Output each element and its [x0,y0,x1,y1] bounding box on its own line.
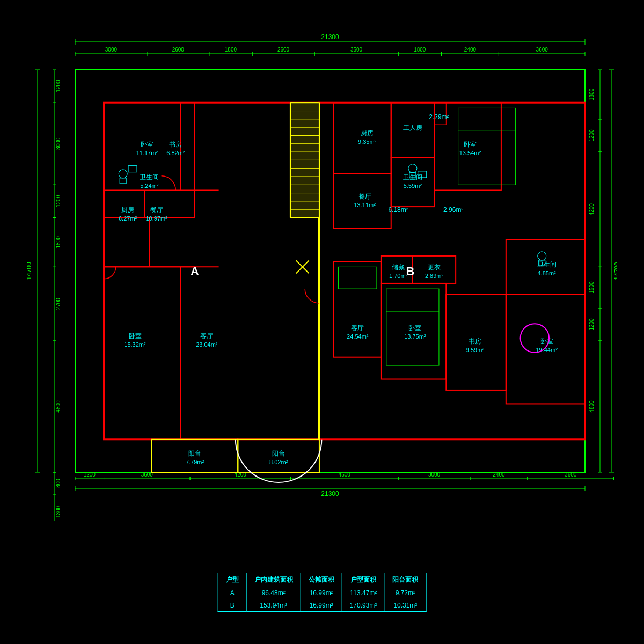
table-cell: B [218,599,246,612]
table-cell: 113.47m² [342,587,385,599]
table-cell: 9.72m² [385,587,426,599]
summary-table: 户型 户内建筑面积 公摊面积 户型面积 阳台面积 A96.48m²16.99m²… [218,573,427,612]
table-body: A96.48m²16.99m²113.47m²9.72m²B153.94m²16… [218,587,426,612]
table-cell: 16.99m² [301,587,342,599]
table-cell: 10.31m² [385,599,426,612]
table-row: B153.94m²16.99m²170.93m²10.31m² [218,599,426,612]
table-cell: 16.99m² [301,599,342,612]
table-cell: A [218,587,246,599]
col-header-total: 户型面积 [342,573,385,587]
table-cell: 153.94m² [246,599,301,612]
col-header-balcony: 阳台面积 [385,573,426,587]
floor-plan-canvas [27,27,617,521]
col-header-type: 户型 [218,573,246,587]
table-cell: 170.93m² [342,599,385,612]
table-row: A96.48m²16.99m²113.47m²9.72m² [218,587,426,599]
col-header-indoor: 户内建筑面积 [246,573,301,587]
table-cell: 96.48m² [246,587,301,599]
col-header-public: 公摊面积 [301,573,342,587]
main-container: 户型 户内建筑面积 公摊面积 户型面积 阳台面积 A96.48m²16.99m²… [0,0,644,644]
